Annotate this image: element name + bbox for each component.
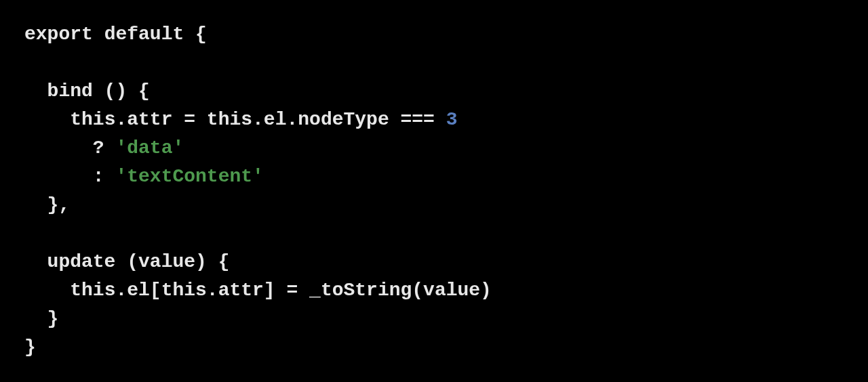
code-line: }, bbox=[24, 194, 70, 215]
code-line: bind () { bbox=[24, 81, 150, 102]
ternary-colon: : bbox=[93, 166, 116, 187]
keyword-export: export bbox=[24, 24, 93, 45]
brace-close: } bbox=[47, 308, 59, 329]
keyword-default: default bbox=[104, 24, 184, 45]
assignment: this.attr = this.el.nodeType === bbox=[70, 109, 446, 130]
code-block: export default { bind () { this.attr = t… bbox=[0, 0, 868, 382]
number-literal: 3 bbox=[446, 109, 458, 130]
code-line: } bbox=[24, 308, 58, 329]
string-literal: 'textContent' bbox=[115, 166, 263, 187]
method-update: update (value) { bbox=[47, 251, 230, 272]
string-literal: 'data' bbox=[115, 137, 184, 158]
brace-close: }, bbox=[47, 194, 71, 215]
code-line: : 'textContent' bbox=[24, 166, 264, 187]
brace-open: { bbox=[184, 24, 207, 45]
ternary-question: ? bbox=[93, 137, 116, 158]
code-line: this.el[this.attr] = _toString(value) bbox=[24, 280, 492, 301]
brace-close: } bbox=[24, 337, 36, 358]
code-line: update (value) { bbox=[24, 251, 229, 272]
code-line: export default { bbox=[24, 24, 207, 45]
statement: this.el[this.attr] = _toString(value) bbox=[70, 280, 492, 301]
code-line: } bbox=[24, 337, 36, 358]
method-bind: bind () { bbox=[47, 81, 150, 102]
code-line: ? 'data' bbox=[24, 137, 184, 158]
code-line: this.attr = this.el.nodeType === 3 bbox=[24, 109, 458, 130]
